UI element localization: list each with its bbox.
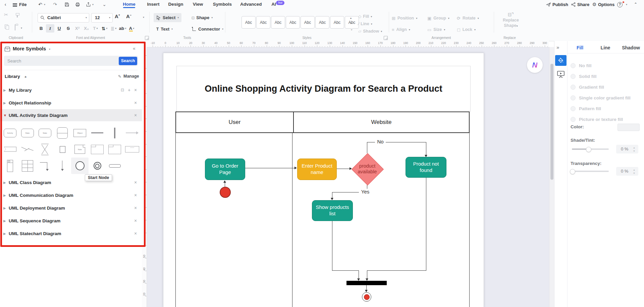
search-button[interactable]: Search (119, 57, 137, 65)
slider-thumb[interactable] (586, 147, 591, 152)
style-scroll-down-icon[interactable]: ▾ (350, 22, 352, 25)
vertical-scrollbar[interactable] (549, 47, 554, 307)
lock-button[interactable]: ◻ Lock ▾ (457, 24, 486, 35)
tab-home[interactable]: Home (122, 0, 137, 8)
share-button[interactable]: Share (577, 0, 589, 9)
style-swatch[interactable]: Abc (271, 16, 285, 29)
collapse-panel-icon[interactable]: « (133, 46, 136, 51)
fill-option[interactable]: Gradient fill (571, 84, 604, 90)
paste-caret-icon[interactable]: ▾ (21, 27, 22, 30)
radio-icon[interactable] (571, 74, 576, 79)
add-icon[interactable]: + (128, 87, 130, 93)
node-product-not-found[interactable]: Product not found (406, 157, 446, 178)
superscript-button[interactable]: X² (73, 24, 82, 33)
chevron-right-icon[interactable]: ▶ (3, 193, 6, 197)
text-tool-button[interactable]: T Text▾ (154, 25, 175, 34)
file-menu[interactable]: File (19, 0, 26, 9)
symbol-vertical-swimlane[interactable] (3, 160, 17, 172)
library-item-uml-class[interactable]: ▶ UML Class Diagram × (0, 176, 142, 188)
node-go-to-order-page[interactable]: Go to Order Page (205, 159, 245, 180)
style-swatch[interactable]: Abc (256, 16, 270, 29)
style-scroll-up-icon[interactable]: ▴ (350, 16, 352, 19)
close-icon[interactable]: × (134, 87, 137, 93)
transparency-slider[interactable] (572, 171, 609, 172)
symbol-frame[interactable] (90, 143, 105, 156)
library-item-uml-activity-state[interactable]: ▼ UML Activity State Diagram × (0, 109, 142, 121)
close-icon[interactable]: × (134, 113, 137, 118)
chevron-right-icon[interactable]: ▶ (3, 181, 6, 184)
collapse-library-icon[interactable]: « (24, 76, 28, 78)
align-button[interactable]: ≡ Align ▾ (392, 24, 427, 35)
save-icon[interactable] (64, 2, 69, 7)
style-swatch[interactable]: Abc (345, 16, 359, 29)
node-show-products-list[interactable]: Show products list (312, 200, 353, 221)
style-swatch[interactable]: Abc (301, 16, 315, 29)
fill-option[interactable]: Picture or texture fill (571, 116, 623, 123)
close-icon[interactable]: × (134, 231, 137, 236)
collapse-ribbon-icon[interactable]: ⌃ (633, 0, 638, 9)
chevron-down-icon[interactable]: ▾ (49, 48, 50, 51)
fill-dropdown[interactable]: ◇ Fill▾ (358, 13, 372, 19)
fill-option[interactable]: Single color gradient fill (571, 94, 631, 101)
help-caret-icon[interactable]: ▾ (625, 0, 628, 9)
node-start[interactable] (220, 187, 231, 198)
fill-tool-tab[interactable] (555, 55, 567, 66)
style-more-icon[interactable]: ⌄ (350, 27, 353, 31)
close-icon[interactable]: × (134, 205, 137, 211)
library-item-uml-deployment[interactable]: ▶ UML Deployment Diagram × (0, 202, 142, 214)
scrollbar-thumb[interactable] (550, 64, 553, 180)
style-swatch[interactable]: Abc (241, 16, 256, 29)
share-icon[interactable] (571, 2, 576, 7)
increase-font-icon[interactable]: A+ (115, 13, 120, 19)
symbol-partition[interactable] (125, 143, 140, 156)
library-item-uml-sequence[interactable]: ▶ UML Sequence Diagram × (0, 215, 142, 227)
chevron-down-icon[interactable]: ▼ (3, 114, 7, 117)
paste-icon[interactable] (15, 25, 15, 31)
stepper-down-icon[interactable]: ▼ (633, 172, 636, 174)
style-swatch[interactable]: Abc (330, 16, 344, 29)
chevron-right-icon[interactable]: ▶ (3, 232, 6, 235)
close-icon[interactable]: × (134, 180, 137, 185)
chevron-right-icon[interactable]: ▶ (3, 206, 6, 210)
transparency-value-box[interactable]: 0 % ▲ ▼ (616, 167, 638, 176)
symbol-synchronization-bar[interactable] (107, 160, 122, 172)
export-caret-icon[interactable]: ▾ (92, 0, 94, 9)
import-icon[interactable]: ⊡ (121, 88, 124, 92)
stepper-up-icon[interactable]: ▲ (633, 146, 636, 149)
decrease-font-icon[interactable]: A− (126, 13, 131, 19)
title-frame[interactable]: Online Shopping Activity Diagram for Sea… (176, 66, 471, 112)
lane-user[interactable]: User (176, 112, 294, 132)
symbol-state[interactable]: State (20, 127, 35, 139)
library-item-my-library[interactable]: ▶ My Library ⊡ + × (0, 84, 142, 96)
help-icon[interactable]: ? (617, 2, 623, 7)
node-enter-product-name[interactable]: Enter Product name (297, 159, 337, 180)
undo-caret-icon[interactable]: ▾ (43, 0, 46, 9)
fill-option[interactable]: Solid fill (571, 73, 597, 80)
fill-option[interactable]: Pattern fill (571, 105, 601, 112)
character-spacing-button[interactable]: ab (118, 24, 127, 33)
symbol-region[interactable] (55, 143, 70, 156)
symbol-down-arrow[interactable] (55, 160, 70, 172)
symbol-swimlane-grid[interactable] (20, 160, 35, 172)
strikethrough-button[interactable]: S (64, 24, 72, 33)
panel-tab-line[interactable]: Line (593, 44, 618, 52)
select-tool-button[interactable]: Select▾ (154, 13, 181, 22)
symbol-state-2[interactable]: State (38, 127, 52, 139)
close-icon[interactable]: × (134, 100, 137, 105)
library-item-uml-communication[interactable]: ▶ UML Communication Diagram × (0, 189, 142, 201)
size-button[interactable]: ▭ Size ▾ (427, 24, 457, 35)
stepper-up-icon[interactable]: ▲ (633, 169, 636, 171)
symbol-start-node[interactable] (72, 160, 87, 172)
chevron-right-icon[interactable]: ▶ (3, 88, 6, 92)
symbol-receive-signal[interactable] (3, 143, 17, 156)
options-button[interactable]: Options (598, 0, 614, 9)
quick-access-caret-icon[interactable]: ⌄ (102, 0, 107, 9)
symbol-object[interactable]: Object (72, 127, 87, 139)
search-input[interactable] (4, 56, 138, 66)
lane-website[interactable]: Website (294, 112, 469, 132)
presentation-icon[interactable] (557, 71, 565, 78)
tab-design[interactable]: Design (168, 0, 184, 8)
list-button[interactable]: ≣ (109, 24, 118, 33)
line-spacing-button[interactable]: ⇅ (100, 24, 109, 33)
symbol-vertical-bar[interactable] (107, 127, 122, 139)
